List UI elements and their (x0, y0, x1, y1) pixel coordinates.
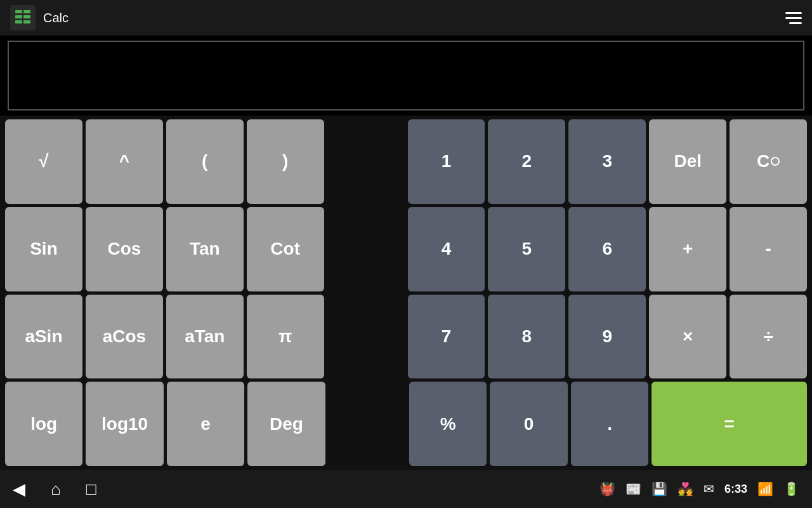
svg-rect-3 (23, 15, 30, 18)
nine-button[interactable]: 9 (568, 295, 646, 379)
menu-icon[interactable] (785, 12, 802, 24)
seven-button[interactable]: 7 (408, 295, 485, 379)
svg-rect-0 (15, 10, 22, 13)
log10-button[interactable]: log10 (86, 382, 163, 466)
sin-button[interactable]: Sin (5, 207, 82, 291)
sim-icon: 📰 (625, 481, 641, 497)
sqrt-button[interactable]: √ (5, 119, 82, 204)
bottom-nav-left: ◀ ⌂ □ (13, 479, 96, 499)
zero-button[interactable]: 0 (490, 382, 567, 466)
display[interactable] (8, 41, 804, 110)
back-button[interactable]: ◀ (13, 479, 25, 499)
home-button[interactable]: ⌂ (51, 479, 61, 499)
power-button[interactable]: ^ (86, 119, 163, 204)
close-paren-button[interactable]: ) (247, 119, 324, 204)
pi-button[interactable]: π (247, 295, 324, 379)
five-button[interactable]: 5 (488, 207, 565, 291)
atan-button[interactable]: aTan (166, 295, 244, 379)
button-row-row4: loglog10eDeg%0.= (5, 382, 807, 466)
recent-button[interactable]: □ (86, 479, 96, 499)
two-button[interactable]: 2 (488, 119, 565, 204)
button-row-row1: √^()123DelC (5, 119, 807, 204)
del-button[interactable]: Del (649, 119, 726, 204)
sd-icon: 💾 (652, 481, 667, 497)
acos-button[interactable]: aCos (86, 295, 163, 379)
three-button[interactable]: 3 (568, 119, 646, 204)
button-row-row2: SinCosTanCot456+- (5, 207, 807, 291)
bottom-nav: ◀ ⌂ □ 👹 📰 💾 💑 ✉ 6:33 📶 🔋 (0, 470, 812, 508)
svg-rect-1 (23, 10, 30, 13)
six-button[interactable]: 6 (568, 207, 646, 291)
bottom-nav-right: 👹 📰 💾 💑 ✉ 6:33 📶 🔋 (599, 481, 799, 497)
svg-rect-4 (15, 20, 22, 23)
asin-button[interactable]: aSin (5, 295, 82, 379)
dot-button[interactable]: . (571, 382, 648, 466)
deg-button[interactable]: Deg (247, 382, 325, 466)
wallet-icon: 💑 (678, 481, 693, 497)
app-title: Calc (43, 11, 69, 25)
e-button[interactable]: e (167, 382, 244, 466)
multiply-button[interactable]: × (649, 295, 726, 379)
app-icon (10, 5, 36, 30)
top-bar: Calc (0, 0, 812, 36)
minus-button[interactable]: - (730, 207, 807, 291)
equals-button[interactable]: = (652, 382, 807, 466)
display-area (0, 36, 812, 116)
one-button[interactable]: 1 (408, 119, 485, 204)
svg-rect-2 (15, 15, 22, 18)
divide-button[interactable]: ÷ (730, 295, 807, 379)
calc-body: √^()123DelCSinCosTanCot456+-aSinaCosaTan… (0, 116, 812, 470)
signal-icon: 📶 (757, 481, 773, 497)
time-display: 6:33 (724, 483, 747, 496)
open-paren-button[interactable]: ( (166, 119, 244, 204)
clear-button[interactable]: C (730, 119, 807, 204)
button-row-row3: aSinaCosaTanπ789×÷ (5, 295, 807, 379)
tan-button[interactable]: Tan (166, 207, 244, 291)
four-button[interactable]: 4 (408, 207, 485, 291)
gmail-icon: ✉ (704, 481, 714, 497)
top-bar-left: Calc (10, 5, 69, 30)
svg-rect-5 (23, 20, 30, 23)
cos-button[interactable]: Cos (86, 207, 163, 291)
percent-button[interactable]: % (409, 382, 487, 466)
eight-button[interactable]: 8 (488, 295, 565, 379)
log-button[interactable]: log (5, 382, 82, 466)
plus-button[interactable]: + (649, 207, 726, 291)
android-icon: 👹 (599, 481, 615, 497)
battery-icon: 🔋 (783, 481, 799, 497)
cot-button[interactable]: Cot (247, 207, 324, 291)
